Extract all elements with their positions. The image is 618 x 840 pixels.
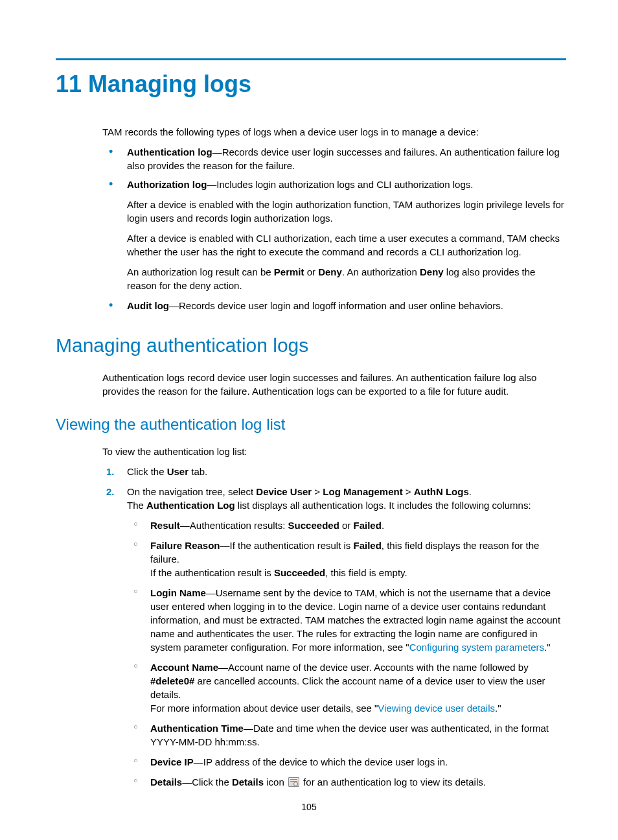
list-item: Device IP—IP address of the device to wh… xyxy=(127,755,566,769)
link-viewing-device-user-details[interactable]: Viewing device user details xyxy=(378,703,495,714)
permit-term: Permit xyxy=(274,266,304,277)
text: The Authentication Log list displays all… xyxy=(127,498,566,512)
view-intro: To view the authentication log list: xyxy=(102,445,566,458)
log-types-list: Authentication log—Records device user l… xyxy=(102,145,566,312)
section-title: Managing authentication logs xyxy=(56,332,566,359)
text: ." xyxy=(495,703,501,714)
body: TAM records the following types of logs … xyxy=(56,125,566,312)
text: Click the xyxy=(127,466,167,477)
text: —Click the xyxy=(182,776,232,788)
body: To view the authentication log list: Cli… xyxy=(56,445,566,789)
auth-log-label: Authentication log xyxy=(127,146,212,158)
subsection-title: Viewing the authentication log list xyxy=(56,414,566,436)
details-term: Details xyxy=(232,776,264,788)
col-failure-reason: Failure Reason xyxy=(150,540,220,551)
text: —Includes login authorization logs and C… xyxy=(207,179,473,190)
deny-term: Deny xyxy=(420,266,444,277)
auth-intro-paragraph: Authentication logs record device user l… xyxy=(102,371,566,398)
step-item: On the navigation tree, select Device Us… xyxy=(102,485,566,789)
col-authentication-time: Authentication Time xyxy=(150,723,244,734)
text: After a device is enabled with CLI autho… xyxy=(127,231,566,259)
list-item: Account Name—Account name of the device … xyxy=(127,660,566,715)
text: If the authentication result is Succeede… xyxy=(150,566,566,579)
col-account-name: Account Name xyxy=(150,662,218,673)
authentication-log-term: Authentication Log xyxy=(146,500,235,511)
text: —Records device user login and logoff in… xyxy=(169,300,503,311)
failed-term: Failed xyxy=(354,540,382,551)
text: , this field is empty. xyxy=(325,567,407,578)
text: > xyxy=(403,486,414,497)
text: —Authentication results: xyxy=(180,520,288,531)
details-icon xyxy=(288,777,299,787)
page-number: 105 xyxy=(0,801,618,814)
text: —IP address of the device to which the d… xyxy=(194,756,448,767)
text: icon xyxy=(264,776,287,788)
text: After a device is enabled with the login… xyxy=(127,198,566,225)
columns-list: Result—Authentication results: Succeeded… xyxy=(127,519,566,789)
list-item: Failure Reason—If the authentication res… xyxy=(127,539,566,579)
col-result: Result xyxy=(150,520,180,531)
text: On the navigation tree, select xyxy=(127,486,256,497)
authz-log-label: Authorization log xyxy=(127,179,207,190)
list-item: Authentication Time—Date and time when t… xyxy=(127,721,566,749)
text: or xyxy=(304,266,319,277)
col-details: Details xyxy=(150,776,182,788)
col-device-ip: Device IP xyxy=(150,756,194,767)
audit-log-label: Audit log xyxy=(127,300,169,311)
text: An authorization log result can be xyxy=(127,266,274,277)
text: —Account name of the device user. Accoun… xyxy=(218,662,529,673)
list-item: Audit log—Records device user login and … xyxy=(102,299,566,312)
delete0-term: #delete0# xyxy=(150,675,194,686)
text: An authorization log result can be Permi… xyxy=(127,265,566,292)
list-item: Authorization log—Includes login authori… xyxy=(102,178,566,292)
page: 11 Managing logs TAM records the followi… xyxy=(0,0,618,840)
text: . xyxy=(469,486,472,497)
succeeded-term: Succeeded xyxy=(274,567,325,578)
text: tab. xyxy=(189,466,207,477)
succeeded-term: Succeeded xyxy=(288,520,339,531)
deny-term: Deny xyxy=(318,266,342,277)
text: . An authorization xyxy=(342,266,420,277)
step-item: Click the User tab. xyxy=(102,465,566,478)
intro-paragraph: TAM records the following types of logs … xyxy=(102,125,566,139)
text: > xyxy=(312,486,323,497)
list-item: Details—Click the Details icon for an au… xyxy=(127,775,566,789)
text: ." xyxy=(544,642,551,653)
text: If the authentication result is xyxy=(150,567,274,578)
user-tab-term: User xyxy=(167,466,189,477)
failed-term: Failed xyxy=(354,520,382,531)
chapter-title: 11 Managing logs xyxy=(56,68,566,100)
text: For more information about device user d… xyxy=(150,703,378,714)
list-item: Authentication log—Records device user l… xyxy=(102,145,566,172)
text: The xyxy=(127,500,146,511)
nav-authn-logs: AuthN Logs xyxy=(414,486,469,497)
text: . xyxy=(382,520,384,531)
nav-log-management: Log Management xyxy=(323,486,402,497)
text: or xyxy=(339,520,354,531)
top-rule xyxy=(56,58,566,60)
text: list displays all authentication logs. I… xyxy=(235,500,531,511)
text: —If the authentication result is xyxy=(220,540,354,551)
text: are cancelled accounts. Click the accoun… xyxy=(150,675,545,700)
steps-list: Click the User tab. On the navigation tr… xyxy=(102,465,566,789)
nav-device-user: Device User xyxy=(256,486,312,497)
col-login-name: Login Name xyxy=(150,587,206,598)
link-configuring-system-parameters[interactable]: Configuring system parameters xyxy=(409,642,544,653)
body: Authentication logs record device user l… xyxy=(56,371,566,398)
list-item: Result—Authentication results: Succeeded… xyxy=(127,519,566,532)
text: For more information about device user d… xyxy=(150,701,566,715)
list-item: Login Name—Username sent by the device t… xyxy=(127,586,566,654)
text: for an authentication log to view its de… xyxy=(301,776,486,788)
